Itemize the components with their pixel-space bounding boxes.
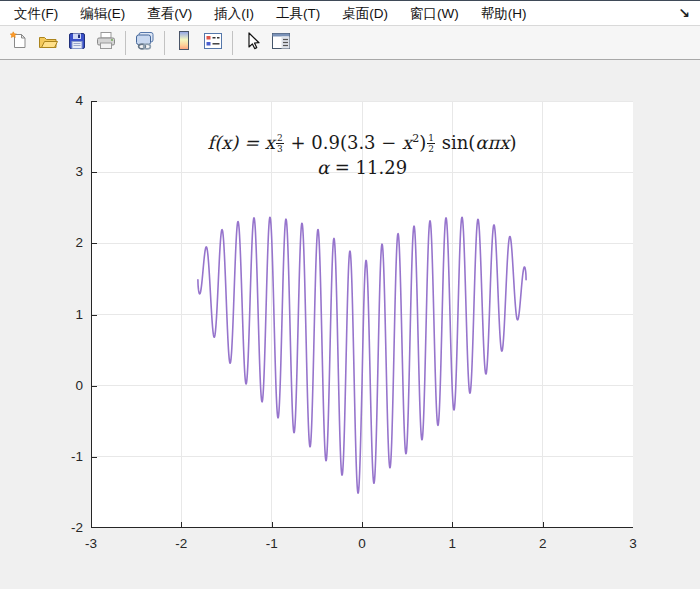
new-figure-button[interactable] (5, 29, 33, 57)
insert-colorbar-icon (176, 30, 192, 56)
menu-tools[interactable]: 工具(T) (265, 1, 331, 26)
menu-insert[interactable]: 插入(I) (203, 1, 265, 26)
y-tick-label: -2 (50, 520, 83, 535)
link-plot-button[interactable] (131, 29, 159, 57)
toolbar-separator (164, 31, 165, 55)
figure-canvas: f(x) = x23 + 0.9(3.3 − x2)12 sin(απx) α … (0, 60, 700, 588)
property-editor-button[interactable] (267, 29, 295, 57)
insert-legend-button[interactable] (199, 29, 227, 57)
figure-window: 文件(F) 编辑(E) 查看(V) 插入(I) 工具(T) 桌面(D) 窗口(W… (0, 0, 700, 589)
y-tick-label: 0 (50, 378, 83, 393)
x-tick-label: -1 (254, 536, 290, 551)
toolbar (0, 26, 700, 60)
x-tick-label: -3 (73, 536, 109, 551)
edit-plot-button[interactable] (238, 29, 266, 57)
menu-file[interactable]: 文件(F) (3, 1, 69, 26)
y-tick-label: 2 (50, 235, 83, 250)
open-file-icon (37, 31, 59, 55)
plot-area (91, 101, 633, 528)
x-tick-label: 3 (615, 536, 651, 551)
link-plot-icon (134, 31, 156, 55)
y-tick-label: 1 (50, 307, 83, 322)
menu-window[interactable]: 窗口(W) (399, 1, 470, 26)
x-tick-label: 2 (525, 536, 561, 551)
dock-figure-icon[interactable]: ↘ (678, 2, 690, 24)
insert-colorbar-button[interactable] (170, 29, 198, 57)
edit-plot-icon (243, 31, 261, 55)
toolbar-separator (125, 31, 126, 55)
toolbar-separator (232, 31, 233, 55)
property-editor-icon (270, 31, 292, 55)
new-figure-icon (9, 31, 29, 55)
y-tick-label: -1 (50, 449, 83, 464)
menu-desktop[interactable]: 桌面(D) (331, 1, 399, 26)
menubar: 文件(F) 编辑(E) 查看(V) 插入(I) 工具(T) 桌面(D) 窗口(W… (0, 1, 700, 26)
x-tick-label: 1 (434, 536, 470, 551)
heart-curve-plot (91, 101, 633, 528)
print-figure-icon (95, 31, 117, 55)
menu-help[interactable]: 帮助(H) (470, 1, 538, 26)
y-tick-label: 4 (50, 93, 83, 108)
save-figure-button[interactable] (63, 29, 91, 57)
menu-edit[interactable]: 编辑(E) (69, 1, 136, 26)
save-figure-icon (67, 31, 87, 55)
x-tick-label: -2 (163, 536, 199, 551)
y-tick-label: 3 (50, 164, 83, 179)
open-file-button[interactable] (34, 29, 62, 57)
insert-legend-icon (202, 31, 224, 55)
menu-view[interactable]: 查看(V) (136, 1, 203, 26)
print-figure-button[interactable] (92, 29, 120, 57)
x-tick-label: 0 (344, 536, 380, 551)
